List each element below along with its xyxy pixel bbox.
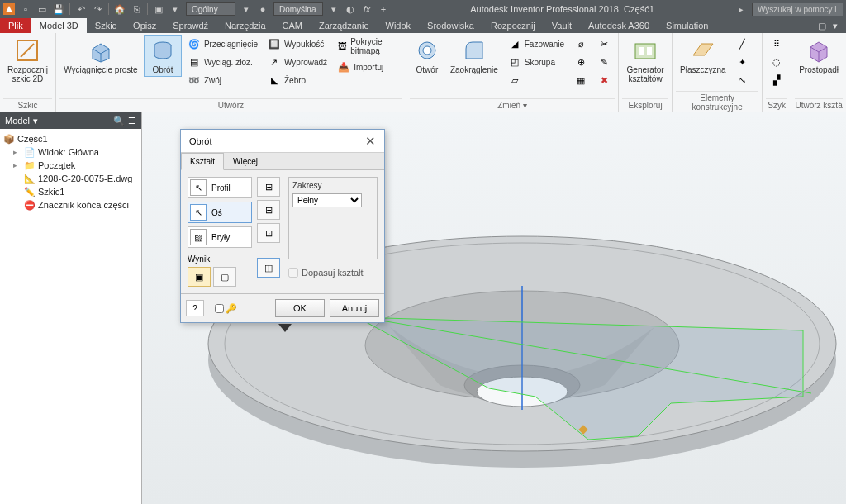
fillet-button[interactable]: Zaokrąglenie [446,35,502,77]
match-shape-checkbox[interactable]: Dopasuj kształt [288,268,378,278]
help-chevron-icon[interactable]: ▾ [833,21,838,31]
close-icon[interactable]: ✕ [365,134,376,149]
sweep-button[interactable]: 🌀Przeciągnięcie [183,35,262,53]
tab-annotate[interactable]: Opisz [125,18,164,33]
save-icon[interactable]: 💾 [53,3,64,15]
thicken-button[interactable]: ▦ [570,71,592,89]
tab-simulation[interactable]: Simulation [658,18,716,33]
options-toggle[interactable]: 🔑 [209,300,242,316]
tab-model3d[interactable]: Model 3D [31,18,87,33]
app-icon[interactable] [3,3,15,15]
operation-cut-button[interactable]: ⊟ [257,200,280,220]
chevron-down-icon[interactable]: ▾ [240,3,252,15]
derive-button[interactable]: ↗Wyprowadź [264,53,331,71]
chevron-down-icon[interactable]: ▾ [169,3,181,15]
solids-selector[interactable]: ▨Bryły [188,226,252,248]
material-sphere-icon[interactable]: ● [257,3,269,15]
open-icon[interactable]: ▭ [36,3,48,15]
output-surface-button[interactable]: ▢ [213,267,236,287]
tab-a360[interactable]: Autodesk A360 [580,18,658,33]
axis-selector[interactable]: ↖Oś [188,202,252,223]
tab-tools[interactable]: Narzędzia [216,18,274,33]
home-icon[interactable]: 🏠 [114,3,126,15]
appearance-sphere-icon[interactable]: ◐ [345,3,356,15]
tree-eop[interactable]: ⛔Znacznik końca części [2,198,140,212]
appearance-icon[interactable]: ▢ [818,21,826,31]
tab-sketch[interactable]: Szkic [87,18,125,33]
combine-button[interactable]: ⊕ [570,53,592,71]
output-solid-button[interactable]: ▣ [188,267,211,287]
new-icon[interactable]: ▫ [20,3,31,15]
emboss-button[interactable]: 🔲Wypukłość [264,35,331,53]
thread-button[interactable]: ⌀ [570,35,592,53]
rect-pattern-button[interactable]: ⠿ [766,35,787,53]
split-button[interactable]: ✂ [593,35,615,53]
combine-icon: ⊕ [574,55,587,69]
tab-vault[interactable]: Vault [544,18,580,33]
operation-join-button[interactable]: ⊞ [257,177,280,197]
chevron-down-icon[interactable]: ▾ [328,3,340,15]
decal-button[interactable]: 🖼Pokrycie bitmapą [333,35,402,58]
profile-selector[interactable]: ↖Profil [188,177,252,198]
undo-icon[interactable]: ↶ [75,3,87,15]
tab-file[interactable]: Plik [0,18,31,33]
chevron-icon[interactable]: ▸ [735,3,747,15]
tree-file[interactable]: 📐1208-C-20-0075-E.dwg [2,172,140,185]
extents-select[interactable]: Pełny [292,193,362,207]
axis-button[interactable]: ╱ [732,35,753,53]
style-combo[interactable]: Ogólny [186,2,235,16]
start-2d-sketch-button[interactable]: Rozpocznij szkic 2D [3,35,52,86]
extrude-button[interactable]: Wyciągnięcie proste [59,35,142,77]
loft-button[interactable]: ▤Wyciąg. złoż. [183,53,262,71]
point-button[interactable]: ✦ [732,53,753,71]
derive-icon: ↗ [268,55,281,69]
tab-cam[interactable]: CAM [274,18,311,33]
tab-getstarted[interactable]: Rozpocznij [482,18,544,33]
rib-button[interactable]: ◣Żebro [264,71,331,89]
appearance-combo[interactable]: Domyślna [273,2,323,16]
team-icon[interactable]: ⎘ [131,3,142,15]
tree-view[interactable]: ▸📄Widok: Główna [2,145,140,159]
delete-face-button[interactable]: ✖ [593,71,615,89]
tab-shape[interactable]: Kształt [181,153,224,170]
chamfer-icon: ◢ [508,37,521,50]
plane-button[interactable]: Płaszczyzna [676,35,730,77]
dialog-titlebar[interactable]: Obrót ✕ [181,130,384,153]
redo-icon[interactable]: ↷ [92,3,103,15]
fx-icon[interactable]: fx [361,3,373,15]
tab-manage[interactable]: Zarządzanie [311,18,378,33]
directedit-button[interactable]: ✎ [593,53,615,71]
ucs-button[interactable]: ⤡ [732,71,753,89]
operation-intersect-button[interactable]: ⊡ [257,223,280,243]
model-tree[interactable]: 📦Część1 ▸📄Widok: Główna ▸📁Początek 📐1208… [0,129,141,504]
operation-newsolid-button[interactable]: ◫ [257,258,280,278]
coil-button[interactable]: ➿Zwój [183,71,262,89]
shape-generator-button[interactable]: Generator kształtów [622,35,668,86]
import-button[interactable]: 📥Importuj [333,58,402,76]
help-search[interactable]: Wyszukaj w pomocy i [752,3,843,16]
help-button[interactable]: ? [186,300,204,316]
ok-button[interactable]: OK [275,299,325,317]
sweep-icon: 🌀 [188,37,201,50]
box-button[interactable]: Prostopadł [795,35,843,77]
tab-environments[interactable]: Środowiska [419,18,482,33]
tree-sketch[interactable]: ✏️Szkic1 [2,185,140,198]
cancel-button[interactable]: Anuluj [330,299,379,317]
more-modify-button[interactable]: ▱ [504,71,568,89]
shell-button[interactable]: ◰Skorupa [504,53,568,71]
extents-group: Zakresy Pełny [288,177,378,259]
chamfer-button[interactable]: ◢Fazowanie [504,35,568,53]
hole-button[interactable]: Otwór [410,35,444,77]
tree-origin[interactable]: ▸📁Początek [2,159,140,172]
add-icon[interactable]: ☰ [128,116,136,126]
tree-root[interactable]: 📦Część1 [2,132,140,145]
tab-more[interactable]: Więcej [224,153,267,169]
select-icon[interactable]: ▣ [153,3,164,15]
circ-pattern-button[interactable]: ◌ [766,53,787,71]
search-icon[interactable]: 🔍 [113,116,125,126]
plus-icon[interactable]: + [378,3,389,15]
tab-inspect[interactable]: Sprawdź [164,18,216,33]
tab-view[interactable]: Widok [378,18,420,33]
mirror-button[interactable]: ▞ [766,71,787,89]
revolve-button[interactable]: Obrót [144,35,182,77]
